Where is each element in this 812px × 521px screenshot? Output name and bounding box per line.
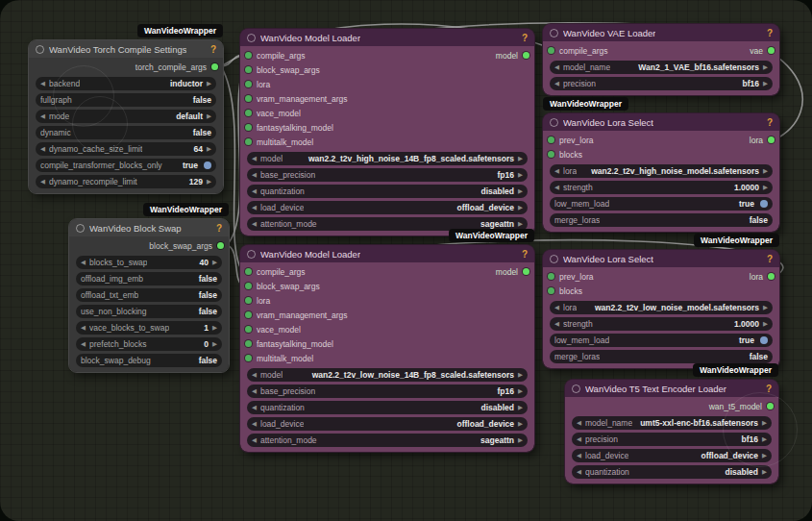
increment-icon[interactable] <box>212 260 217 266</box>
increment-icon[interactable] <box>763 185 768 191</box>
input-dot-icon[interactable] <box>245 326 252 333</box>
decrement-icon[interactable] <box>577 469 581 476</box>
collapse-toggle-icon[interactable] <box>550 29 558 37</box>
decrement-icon[interactable] <box>577 436 581 443</box>
input-dot-icon[interactable] <box>548 47 554 54</box>
toggle-on-icon[interactable] <box>760 336 768 344</box>
node-titlebar[interactable]: WanVideo Model Loader ? <box>240 29 534 46</box>
widget-quantization[interactable]: quantization disabled <box>247 401 528 414</box>
input-slot-lora[interactable]: lora <box>240 77 534 91</box>
collapse-toggle-icon[interactable] <box>550 255 558 263</box>
input-slot-prev-lora[interactable]: prev_lora <box>548 136 593 145</box>
help-icon[interactable]: ? <box>210 44 216 55</box>
widget-low-mem-load[interactable]: low_mem_load true <box>550 197 773 211</box>
collapse-toggle-icon[interactable] <box>247 34 256 42</box>
widget-dynamic[interactable]: dynamic false <box>36 126 216 139</box>
increment-icon[interactable] <box>207 113 211 120</box>
help-icon[interactable]: ? <box>767 254 773 264</box>
widget-merge-loras[interactable]: merge_loras false <box>550 350 773 363</box>
output-slot-wan-t5-model[interactable]: wan_t5_model <box>565 399 778 413</box>
input-dot-icon[interactable] <box>245 124 252 131</box>
input-slot-blocks[interactable]: blocks <box>543 147 779 161</box>
input-slot-compile-args[interactable]: compile_args <box>240 264 534 279</box>
input-slot-fantasytalking-model[interactable]: fantasytalking_model <box>240 120 534 135</box>
increment-icon[interactable] <box>518 437 523 444</box>
node-lora-select-low[interactable]: WanVideoWrapper WanVideo Lora Select ? p… <box>543 250 779 368</box>
widget-model-name[interactable]: model_name Wan2_1_VAE_bf16.safetensors <box>550 61 773 74</box>
output-slot-torch-compile-args[interactable]: torch_compile_args <box>29 60 223 74</box>
output-dot-icon[interactable] <box>217 242 224 249</box>
widget-quantization[interactable]: quantization disabled <box>572 465 772 479</box>
decrement-icon[interactable] <box>252 437 257 444</box>
decrement-icon[interactable] <box>554 81 559 87</box>
increment-icon[interactable] <box>518 172 523 179</box>
widget-block-swap-debug[interactable]: block_swap_debug false <box>76 354 222 367</box>
widget-backend[interactable]: backend inductor <box>36 77 216 90</box>
input-slot-prev-lora[interactable]: prev_lora <box>548 272 593 282</box>
decrement-icon[interactable] <box>577 420 581 427</box>
widget-offload-txt-emb[interactable]: offload_txt_emb false <box>76 288 222 302</box>
input-dot-icon[interactable] <box>245 66 252 73</box>
decrement-icon[interactable] <box>40 113 45 120</box>
decrement-icon[interactable] <box>554 305 559 311</box>
output-slot-lora[interactable]: lora <box>750 272 775 282</box>
widget-model[interactable]: model wan2.2_t2v_low_noise_14B_fp8_scale… <box>247 368 528 382</box>
output-dot-icon[interactable] <box>767 403 774 409</box>
output-dot-icon[interactable] <box>768 47 775 54</box>
increment-icon[interactable] <box>518 188 523 195</box>
input-slot-block-swap-args[interactable]: block_swap_args <box>240 62 534 77</box>
input-slot-compile-args[interactable]: compile_args <box>240 48 534 62</box>
widget-precision[interactable]: precision bf16 <box>572 433 772 446</box>
output-dot-icon[interactable] <box>768 136 775 143</box>
widget-attention-mode[interactable]: attention_mode sageattn <box>247 434 528 447</box>
node-torch-compile-settings[interactable]: WanVideoWrapper WanVideo Torch Compile S… <box>29 40 223 193</box>
collapse-toggle-icon[interactable] <box>572 385 580 393</box>
widget-strength[interactable]: strength 1.0000 <box>550 181 773 194</box>
widget-base-precision[interactable]: base_precision fp16 <box>247 168 528 182</box>
input-dot-icon[interactable] <box>245 268 252 275</box>
output-dot-icon[interactable] <box>523 268 529 275</box>
widget-offload-img-emb[interactable]: offload_img_emb false <box>76 272 222 285</box>
decrement-icon[interactable] <box>554 321 559 328</box>
input-dot-icon[interactable] <box>245 110 252 116</box>
input-dot-icon[interactable] <box>548 273 554 280</box>
widget-model-name[interactable]: model_name umt5-xxl-enc-bf16.safetensors <box>572 416 772 430</box>
increment-icon[interactable] <box>763 64 768 71</box>
widget-dynamo-recompile-limit[interactable]: dynamo_recompile_limit 129 <box>36 175 216 188</box>
increment-icon[interactable] <box>212 325 217 332</box>
increment-icon[interactable] <box>763 321 768 328</box>
widget-blocks-to-swap[interactable]: blocks_to_swap 40 <box>76 256 222 269</box>
node-titlebar[interactable]: WanVideo T5 Text Encoder Loader ? <box>565 380 778 397</box>
decrement-icon[interactable] <box>577 453 581 459</box>
input-slot-blocks[interactable]: blocks <box>543 284 779 298</box>
increment-icon[interactable] <box>762 453 767 459</box>
widget-lora[interactable]: lora wan2.2_t2v_low_noise_model.safetens… <box>550 301 773 314</box>
widget-model[interactable]: model wan2.2_t2v_high_noise_14B_fp8_scal… <box>247 152 528 165</box>
increment-icon[interactable] <box>212 341 217 348</box>
widget-precision[interactable]: precision bf16 <box>550 77 773 90</box>
output-dot-icon[interactable] <box>211 63 218 70</box>
input-slot-multitalk-model[interactable]: multitalk_model <box>240 351 534 365</box>
widget-prefetch-blocks[interactable]: prefetch_blocks 0 <box>76 337 222 351</box>
increment-icon[interactable] <box>518 221 523 228</box>
collapse-toggle-icon[interactable] <box>76 224 85 233</box>
widget-low-mem-load[interactable]: low_mem_load true <box>550 334 773 347</box>
widget-lora[interactable]: lora wan2.2_t2v_high_noise_model.safeten… <box>550 164 773 178</box>
widget-load-device[interactable]: load_device offload_device <box>247 417 528 431</box>
toggle-on-icon[interactable] <box>204 161 211 169</box>
increment-icon[interactable] <box>518 156 523 162</box>
node-titlebar[interactable]: WanVideo Model Loader ? <box>240 245 534 262</box>
widget-merge-loras[interactable]: merge_loras false <box>550 213 773 227</box>
widget-use-non-blocking[interactable]: use_non_blocking false <box>76 305 222 318</box>
increment-icon[interactable] <box>207 179 211 186</box>
output-slot-block-swap-args[interactable]: block_swap_args <box>69 238 229 253</box>
increment-icon[interactable] <box>207 81 211 87</box>
input-slot-block-swap-args[interactable]: block_swap_args <box>240 279 534 293</box>
input-slot-multitalk-model[interactable]: multitalk_model <box>240 135 534 149</box>
decrement-icon[interactable] <box>81 341 86 348</box>
widget-load-device[interactable]: load_device offload_device <box>247 201 528 214</box>
node-titlebar[interactable]: WanVideo Torch Compile Settings ? <box>29 40 223 58</box>
node-titlebar[interactable]: WanVideo Lora Select ? <box>543 113 779 131</box>
node-lora-select-high[interactable]: WanVideoWrapper WanVideo Lora Select ? p… <box>543 113 779 232</box>
input-slot-vace-model[interactable]: vace_model <box>240 322 534 336</box>
